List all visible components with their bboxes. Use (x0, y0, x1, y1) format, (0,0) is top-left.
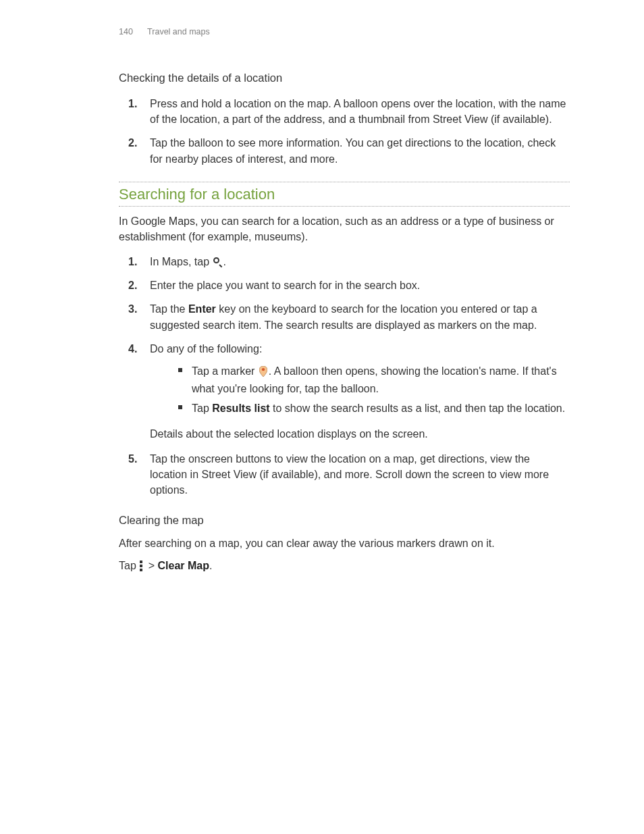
divider (119, 206, 570, 207)
list-item: 1. Press and hold a location on the map.… (128, 96, 570, 127)
step-text-part: . (223, 256, 226, 267)
step-number: 5. (128, 451, 137, 467)
results-list-label: Results list (212, 402, 269, 414)
step-text-part: In Maps, tap (150, 256, 213, 267)
check-details-steps: 1. Press and hold a location on the map.… (128, 96, 570, 167)
search-intro: In Google Maps, you can search for a loc… (119, 213, 570, 244)
list-item: 3. Tap the Enter key on the keyboard to … (128, 301, 570, 332)
bullet-text-part: Tap (192, 402, 212, 414)
list-item: 5. Tap the onscreen buttons to view the … (128, 451, 570, 498)
divider (119, 182, 570, 182)
clear-instruction: Tap > Clear Map. (119, 558, 570, 573)
subheading-check-details: Checking the details of a location (119, 70, 570, 86)
details-note: Details about the selected location disp… (150, 426, 570, 442)
document-page: 140 Travel and maps Checking the details… (0, 0, 644, 574)
text-part: > (145, 560, 157, 571)
step-number: 4. (128, 341, 137, 357)
list-item: 2. Enter the place you want to search fo… (128, 278, 570, 293)
list-item: 2. Tap the balloon to see more informati… (128, 135, 570, 166)
step-text-part: Tap the (150, 303, 188, 315)
running-header: 140 Travel and maps (119, 26, 570, 38)
step-number: 1. (128, 254, 137, 269)
overflow-menu-icon (140, 561, 143, 571)
enter-key-label: Enter (188, 303, 216, 315)
step-number: 1. (128, 96, 137, 111)
page-number: 140 (119, 27, 133, 36)
step-text: Tap the onscreen buttons to view the loc… (150, 453, 549, 496)
clear-map-label: Clear Map (157, 560, 209, 571)
text-part: Tap (119, 560, 139, 571)
step-number: 3. (128, 301, 137, 317)
search-icon (213, 257, 223, 267)
step-number: 2. (128, 278, 137, 293)
map-marker-icon (259, 365, 267, 381)
subheading-clearing-map: Clearing the map (119, 513, 570, 529)
step-number: 2. (128, 135, 137, 151)
bullet-text-part: Tap a marker (192, 365, 258, 377)
list-item: Tap Results list to show the search resu… (178, 400, 570, 416)
step-text: Do any of the following: (150, 343, 262, 355)
list-item: 4. Do any of the following: Tap a marker… (128, 341, 570, 442)
section-heading-searching: Searching for a location (119, 184, 570, 205)
step-text: Enter the place you want to search for i… (150, 280, 420, 291)
bullet-text-part: to show the search results as a list, an… (270, 402, 566, 414)
header-section: Travel and maps (147, 27, 210, 36)
clear-intro: After searching on a map, you can clear … (119, 536, 570, 551)
list-item: 1. In Maps, tap . (128, 254, 570, 269)
step-text: Tap the balloon to see more information.… (150, 137, 556, 164)
search-steps: 1. In Maps, tap . 2. Enter the place you… (128, 254, 570, 498)
list-item: Tap a marker . A balloon then opens, sho… (178, 363, 570, 396)
step-text: Press and hold a location on the map. A … (150, 98, 566, 125)
text-part: . (209, 560, 212, 571)
svg-point-0 (262, 368, 265, 371)
sub-bullets: Tap a marker . A balloon then opens, sho… (178, 363, 570, 417)
